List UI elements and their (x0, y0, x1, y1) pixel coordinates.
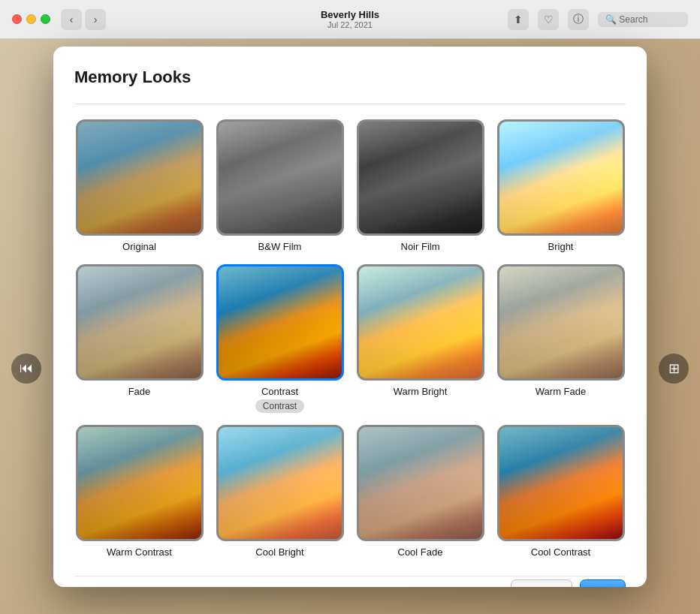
look-label-cool-contrast: Cool Contrast (531, 546, 590, 558)
faces-overlay (78, 427, 201, 539)
look-photo-cool-fade (359, 427, 482, 539)
mac-toolbar: ‹ › Beverly Hills Jul 22, 2021 ⬆ ♡ ⓘ 🔍 S… (0, 0, 700, 39)
look-label-bw-film: B&W Film (258, 241, 302, 252)
faces-overlay (359, 427, 482, 539)
look-photo-bright (499, 122, 623, 233)
close-button[interactable] (12, 14, 22, 24)
faces-overlay (78, 266, 201, 378)
look-thumbnail-cool-fade (357, 425, 484, 541)
look-label-warm-bright: Warm Bright (394, 386, 448, 397)
look-photo-cool-contrast (499, 427, 623, 539)
faces-overlay (499, 266, 623, 378)
traffic-lights (12, 14, 50, 24)
look-label-original: Original (122, 241, 156, 252)
faces-overlay (359, 266, 482, 378)
modal-footer: Cancel OK (74, 576, 626, 587)
look-item-cool-bright[interactable]: Cool Bright (215, 425, 345, 558)
look-item-noir-film[interactable]: Noir Film (355, 119, 485, 252)
faces-overlay (499, 122, 623, 233)
look-label-wrap-cool-bright: Cool Bright (255, 546, 303, 558)
ok-button[interactable]: OK (580, 579, 626, 587)
info-icon[interactable]: ⓘ (568, 9, 589, 30)
look-label-wrap-warm-contrast: Warm Contrast (107, 546, 172, 558)
look-label-wrap-warm-bright: Warm Bright (394, 386, 448, 397)
modal-overlay: Memory Looks OriginalB&W FilmNoir FilmBr… (0, 39, 700, 614)
look-thumbnail-noir-film (357, 119, 484, 236)
look-item-contrast[interactable]: ContrastContrast (215, 264, 345, 413)
title-divider (74, 104, 626, 104)
toolbar-center: Beverly Hills Jul 22, 2021 (321, 9, 379, 29)
look-label-wrap-contrast: ContrastContrast (255, 386, 304, 413)
look-label-noir-film: Noir Film (401, 241, 440, 252)
search-bar[interactable]: 🔍 Search (598, 12, 688, 27)
look-item-fade[interactable]: Fade (74, 264, 204, 413)
look-photo-warm-bright (359, 266, 482, 378)
look-label-wrap-warm-fade: Warm Fade (536, 386, 586, 397)
right-nav: ⊞ (647, 354, 700, 384)
faces-overlay (219, 122, 342, 233)
window-subtitle: Jul 22, 2021 (321, 20, 379, 29)
look-photo-fade (78, 266, 201, 378)
look-label-wrap-noir-film: Noir Film (401, 241, 440, 252)
look-label-bright: Bright (548, 241, 574, 252)
heart-icon[interactable]: ♡ (538, 9, 559, 30)
cancel-button[interactable]: Cancel (511, 579, 572, 587)
look-label-fade: Fade (128, 386, 151, 397)
look-thumbnail-warm-bright (357, 264, 484, 381)
faces-overlay (219, 427, 342, 539)
look-label-wrap-fade: Fade (128, 386, 151, 397)
look-photo-bw-film (219, 122, 342, 233)
back-button[interactable]: ‹ (61, 9, 82, 30)
modal-title: Memory Looks (74, 68, 626, 87)
look-thumbnail-cool-contrast (497, 425, 625, 541)
looks-grid: OriginalB&W FilmNoir FilmBrightFadeContr… (74, 119, 626, 558)
memory-looks-modal: Memory Looks OriginalB&W FilmNoir FilmBr… (53, 47, 647, 587)
look-photo-contrast (219, 266, 342, 378)
look-item-warm-fade[interactable]: Warm Fade (496, 264, 626, 413)
look-item-bw-film[interactable]: B&W Film (215, 119, 345, 252)
look-thumbnail-bw-film (216, 119, 344, 236)
look-badge-contrast: Contrast (255, 399, 304, 413)
toolbar-right: ⬆ ♡ ⓘ 🔍 Search (508, 9, 688, 30)
look-label-wrap-original: Original (122, 241, 156, 252)
look-label-wrap-cool-contrast: Cool Contrast (531, 546, 590, 558)
prev-button[interactable]: ⏮ (11, 354, 41, 384)
left-nav: ⏮ (0, 354, 53, 384)
forward-button[interactable]: › (85, 9, 106, 30)
look-label-wrap-bw-film: B&W Film (258, 241, 302, 252)
look-photo-warm-fade (499, 266, 623, 378)
look-thumbnail-cool-bright (216, 425, 344, 541)
look-item-cool-fade[interactable]: Cool Fade (355, 425, 485, 558)
faces-overlay (78, 122, 201, 233)
look-item-warm-contrast[interactable]: Warm Contrast (74, 425, 204, 558)
faces-overlay (219, 266, 342, 378)
look-label-cool-fade: Cool Fade (398, 546, 443, 558)
maximize-button[interactable] (41, 14, 50, 24)
look-item-original[interactable]: Original (74, 119, 204, 252)
look-label-wrap-cool-fade: Cool Fade (398, 546, 443, 558)
look-thumbnail-fade (76, 264, 204, 381)
faces-overlay (359, 122, 482, 233)
look-photo-warm-contrast (78, 427, 201, 539)
look-item-warm-bright[interactable]: Warm Bright (355, 264, 485, 413)
look-photo-noir-film (359, 122, 482, 233)
look-label-contrast: Contrast (261, 386, 298, 397)
look-label-warm-contrast: Warm Contrast (107, 546, 172, 558)
look-thumbnail-contrast (216, 264, 344, 381)
look-photo-cool-bright (219, 427, 342, 539)
share-icon[interactable]: ⬆ (508, 9, 529, 30)
look-item-bright[interactable]: Bright (496, 119, 626, 252)
look-label-warm-fade: Warm Fade (536, 386, 586, 397)
look-thumbnail-original (76, 119, 204, 236)
look-thumbnail-warm-fade (497, 264, 625, 381)
window-title: Beverly Hills (321, 9, 379, 20)
grid-button[interactable]: ⊞ (659, 354, 689, 384)
look-label-cool-bright: Cool Bright (255, 546, 303, 558)
faces-overlay (499, 427, 623, 539)
minimize-button[interactable] (26, 14, 36, 24)
look-item-cool-contrast[interactable]: Cool Contrast (496, 425, 626, 558)
look-photo-original (78, 122, 201, 233)
look-label-wrap-bright: Bright (548, 241, 574, 252)
look-thumbnail-warm-contrast (76, 425, 204, 541)
look-thumbnail-bright (497, 119, 625, 236)
